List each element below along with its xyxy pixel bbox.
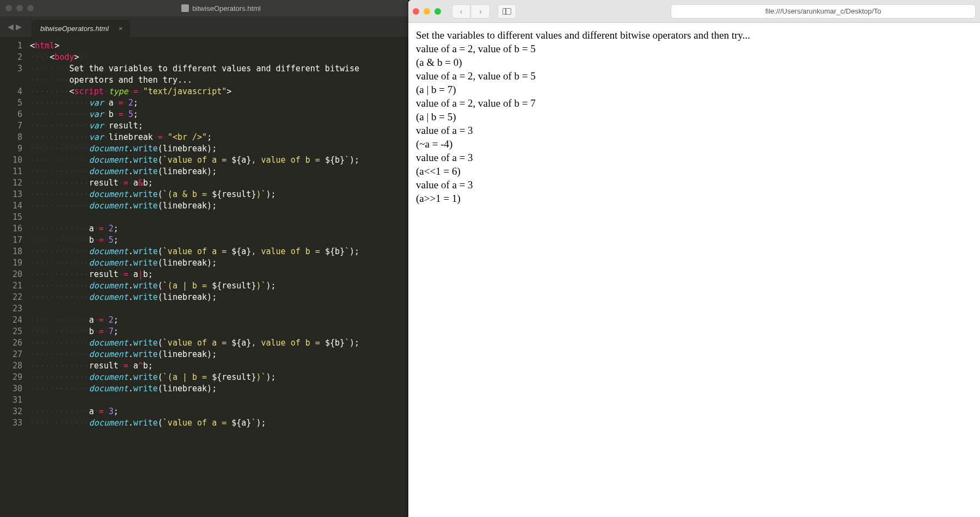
output-line: (a | b = 5) [416,110,972,124]
output-line: (a & b = 0) [416,56,972,69]
editor-tab-label: bitwiseOperators.html [40,24,109,33]
code-line: ············var·linebreak·=·"<br />"; [30,132,408,143]
line-number: 2 [0,52,22,63]
browser-nav-buttons: ‹ › [452,4,490,19]
line-number: 1 [0,40,22,52]
editor-nav-fwd-icon[interactable]: ▶ [16,22,22,31]
minimize-icon[interactable] [16,5,23,11]
code-line [30,395,408,406]
code-line: ············document.write(`(a | b = ${r… [30,372,408,383]
code-line: ············result·=·a|b; [30,269,408,280]
line-number: 4 [0,86,22,97]
line-number: 7 [0,120,22,132]
sidebar-icon [503,8,511,15]
code-line: ············document.write(linebreak); [30,349,408,360]
code-line: ············b·=·7; [30,326,408,337]
code-line: ············document.write(linebreak); [30,383,408,395]
line-number: 12 [0,177,22,189]
line-number: 31 [0,395,22,406]
output-line: (a | b = 7) [416,83,972,96]
code-line: ············document.write(`value of a =… [30,417,408,429]
line-number: 25 [0,326,22,337]
code-line: ············a·=·2; [30,315,408,326]
line-number: 28 [0,360,22,372]
line-number: 21 [0,280,22,292]
browser-pane: ‹ › file:///Users/arunkumar_c/Desktop/To… [408,0,980,517]
output-line: value of a = 2, value of b = 5 [416,42,972,56]
code-line: ············document.write(`(a | b = ${r… [30,280,408,292]
line-number: 15 [0,212,22,223]
line-number: 30 [0,383,22,395]
line-number: 16 [0,223,22,235]
browser-fwd-button[interactable]: › [471,4,490,19]
output-line: value of a = 3 [416,178,972,192]
output-line: Set the variables to different values an… [416,28,972,42]
editor-tab[interactable]: bitwiseOperators.html × [32,20,130,37]
tab-close-icon[interactable]: × [119,24,123,33]
output-line: value of a = 3 [416,151,972,164]
line-number: 11 [0,166,22,177]
maximize-icon[interactable] [434,8,441,15]
code-line: ············document.write(linebreak); [30,257,408,269]
code-line: ············b·=·5; [30,235,408,246]
line-number: 18 [0,246,22,257]
code-area[interactable]: 1234567891011121314151617181920212223242… [0,37,408,517]
output-line: (a>>1 = 1) [416,192,972,205]
line-number-gutter: 1234567891011121314151617181920212223242… [0,37,30,517]
line-number: 23 [0,303,22,315]
minimize-icon[interactable] [424,8,430,15]
code-line: ············document.write(linebreak); [30,166,408,177]
line-number: 22 [0,292,22,303]
code-line [30,212,408,223]
code-line: ············document.write(`value of a =… [30,155,408,166]
code-line: ············a·=·3; [30,406,408,417]
code-line: ············var·b·=·5; [30,109,408,120]
editor-traffic-lights [5,5,34,11]
browser-traffic-lights [413,8,441,15]
line-number: 5 [0,97,22,109]
close-icon[interactable] [5,5,12,11]
browser-toolbar: ‹ › file:///Users/arunkumar_c/Desktop/To [408,0,980,23]
output-line: value of a = 2, value of b = 5 [416,69,972,83]
editor-title-text: bitwiseOperators.html [192,4,261,13]
editor-tabbar: ◀ ▶ bitwiseOperators.html × [0,16,408,37]
code-line: ············document.write(`(a & b = ${r… [30,189,408,200]
code-line: ············result·=·a^b; [30,360,408,372]
line-number: 14 [0,200,22,212]
code-line: ············document.write(`value of a =… [30,246,408,257]
line-number: 9 [0,143,22,155]
code-line: ····<body>·· [30,52,408,63]
output-line: (~a = -4) [416,137,972,151]
line-number: 27 [0,349,22,360]
line-number: 26 [0,337,22,349]
line-number: 19 [0,257,22,269]
output-line: value of a = 2, value of b = 7 [416,96,972,110]
code-line: ············document.write(linebreak); [30,143,408,155]
line-number: 29 [0,372,22,383]
browser-urlbar[interactable]: file:///Users/arunkumar_c/Desktop/To [671,4,976,19]
line-number: 10 [0,155,22,166]
line-number: 13 [0,189,22,200]
code-line: <html> [30,40,408,52]
code-line: ········<script·type·=·"text/javascript"… [30,86,408,97]
editor-pane: bitwiseOperators.html ◀ ▶ bitwiseOperato… [0,0,408,517]
code-line: ············var·a·=·2; [30,97,408,109]
line-number: 33 [0,417,22,429]
output-line: (a<<1 = 6) [416,164,972,178]
editor-title: bitwiseOperators.html [39,4,403,13]
app-root: bitwiseOperators.html ◀ ▶ bitwiseOperato… [0,0,980,517]
maximize-icon[interactable] [27,5,34,11]
line-number: 24 [0,315,22,326]
editor-nav-back-icon[interactable]: ◀ [8,22,14,31]
browser-sidebar-button[interactable] [498,4,516,19]
close-icon[interactable] [413,8,419,15]
line-number: 17 [0,235,22,246]
code-content[interactable]: <html>····<body>··········Set the variab… [30,37,408,517]
chevron-left-icon: ‹ [460,7,463,16]
code-line: ············document.write(`value of a =… [30,337,408,349]
chevron-right-icon: › [479,7,482,16]
editor-nav-arrows: ◀ ▶ [3,16,26,37]
code-line: ············var·result; [30,120,408,132]
line-number: 20 [0,269,22,280]
browser-back-button[interactable]: ‹ [452,4,470,19]
